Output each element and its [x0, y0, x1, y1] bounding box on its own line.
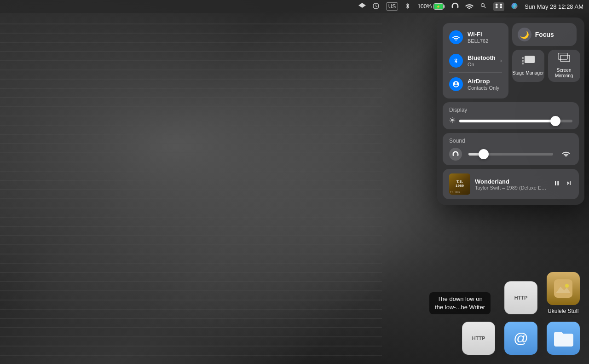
stage-manager-label: Stage Manager [512, 70, 543, 76]
svg-point-5 [500, 3, 502, 6]
tooltip-line2: the low-...he Writer [435, 303, 485, 312]
control-center-panel: Wi-Fi BELL762 Bluetooth On › [437, 17, 584, 205]
svg-rect-13 [522, 63, 524, 64]
menubar-datetime: Sun May 28 12:28 AM [525, 3, 583, 10]
sound-section: Sound [443, 133, 579, 165]
headphones-sound-icon [449, 148, 462, 161]
track-title: Wonderland [475, 178, 549, 185]
folder-desktop-item[interactable] [547, 322, 580, 355]
svg-point-7 [500, 6, 502, 8]
airdrop-label: AirDrop [468, 78, 502, 85]
playback-controls [553, 179, 572, 189]
airdrop-text: AirDrop Contacts Only [468, 78, 502, 91]
svg-point-9 [513, 4, 515, 8]
http-desktop-item[interactable]: HTTP [504, 281, 537, 314]
wifi-menubar-icon[interactable] [465, 3, 474, 11]
airdrop-status: Contacts Only [468, 85, 502, 91]
wifi-label: Wi-Fi [468, 31, 502, 38]
screen-mirroring-label: Screen Mirroring [548, 68, 580, 79]
time-machine-icon[interactable] [372, 2, 380, 11]
brightness-icon [449, 117, 456, 125]
image-desktop-item[interactable]: Ukulele Stuff [547, 272, 580, 314]
http2-icon: HTTP [462, 322, 495, 355]
network-tile: Wi-Fi BELL762 Bluetooth On › [443, 23, 508, 98]
svg-rect-12 [522, 60, 524, 62]
album-art: T.S.1989 [449, 173, 470, 195]
brightness-slider[interactable] [459, 120, 572, 122]
keyboard-layout-icon[interactable]: US [386, 2, 398, 11]
focus-tile[interactable]: 🌙 Focus [512, 23, 577, 46]
screen-mirroring-tile[interactable]: Screen Mirroring [548, 50, 580, 82]
stage-manager-icon [522, 56, 535, 69]
bluetooth-label: Bluetooth [468, 54, 496, 62]
wifi-icon-circle [449, 30, 463, 44]
mail-desktop-item[interactable]: @ [504, 322, 537, 355]
now-playing-section: T.S.1989 Wonderland Taylor Swift – 1989 … [443, 169, 579, 199]
wifi-network-name: BELL762 [468, 38, 502, 44]
now-playing-info: Wonderland Taylor Swift – 1989 (Deluxe E… [475, 178, 549, 191]
folder-icon [547, 322, 580, 355]
svg-rect-2 [444, 5, 445, 8]
bluetooth-item[interactable]: Bluetooth On › [449, 52, 502, 69]
svg-rect-15 [560, 55, 570, 62]
track-artist: Taylor Swift – 1989 (Deluxe E… [475, 185, 549, 191]
bluetooth-arrow-icon: › [500, 58, 502, 64]
wifi-item[interactable]: Wi-Fi BELL762 [449, 29, 502, 46]
svg-rect-14 [558, 53, 567, 59]
svg-rect-16 [554, 279, 572, 298]
control-center-icon[interactable] [493, 2, 504, 11]
battery-pct-label: 100% [417, 3, 432, 10]
desktop-items: The down low on the low-...he Writer HTT… [420, 263, 589, 364]
desktop-tooltip: The down low on the low-...he Writer [429, 292, 491, 314]
volume-slider[interactable] [468, 153, 553, 156]
dropbox-icon[interactable] [358, 2, 366, 11]
spotlight-search-icon[interactable] [480, 2, 487, 11]
display-label: Display [449, 107, 572, 113]
display-section: Display [443, 102, 579, 129]
image-icon [547, 272, 580, 305]
tooltip-line1: The down low on [435, 295, 485, 303]
sound-label: Sound [449, 138, 572, 144]
mail-icon: @ [504, 322, 537, 355]
bluetooth-text: Bluetooth On [468, 54, 496, 67]
svg-point-18 [565, 284, 569, 288]
airdrop-icon-circle [449, 77, 463, 91]
svg-point-4 [496, 3, 498, 6]
http2-desktop-item[interactable]: HTTP [462, 322, 495, 355]
battery-indicator[interactable]: 100% ⚡ [417, 3, 445, 10]
screen-mirroring-icon [558, 53, 570, 66]
bluetooth-menubar-icon[interactable] [404, 2, 411, 11]
bluetooth-status: On [468, 62, 496, 67]
svg-rect-11 [522, 57, 524, 59]
airplay-audio-icon[interactable] [560, 148, 572, 161]
siri-icon[interactable] [511, 2, 518, 11]
svg-rect-10 [525, 56, 535, 63]
focus-moon-icon: 🌙 [518, 28, 531, 41]
pause-button[interactable] [553, 179, 560, 189]
menubar: US 100% ⚡ [0, 0, 589, 13]
headphones-icon[interactable] [451, 2, 459, 11]
svg-point-6 [496, 6, 498, 8]
skip-forward-button[interactable] [565, 179, 572, 189]
http-icon: HTTP [504, 281, 537, 314]
stage-manager-tile[interactable]: Stage Manager [512, 50, 544, 82]
wifi-text: Wi-Fi BELL762 [468, 31, 502, 44]
bluetooth-icon-circle [449, 54, 463, 68]
focus-label: Focus [535, 31, 554, 38]
svg-text:⚡: ⚡ [436, 5, 440, 9]
ukulele-folder-label: Ukulele Stuff [548, 308, 579, 314]
airdrop-item[interactable]: AirDrop Contacts Only [449, 75, 502, 93]
